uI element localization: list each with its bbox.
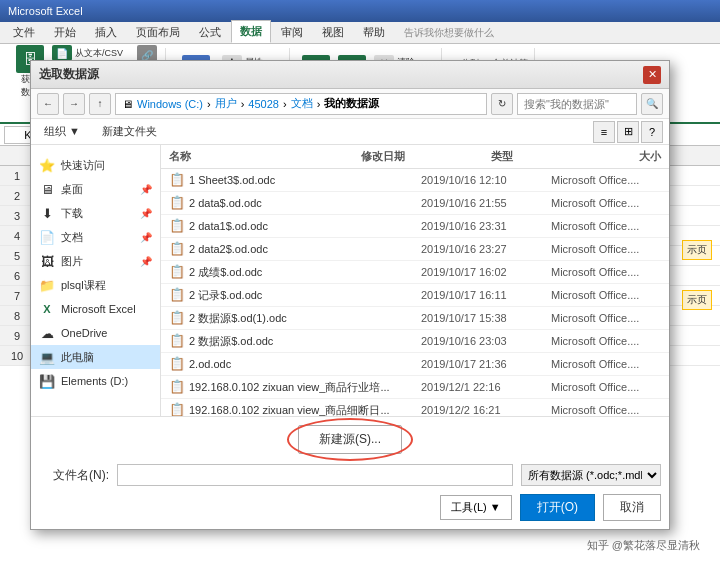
file-row-8[interactable]: 📋 2.od.odc 2019/10/17 21:36 Microsoft Of…: [161, 353, 669, 376]
tab-pagelayout[interactable]: 页面布局: [127, 21, 189, 43]
file-type-7: Microsoft Office....: [551, 335, 661, 347]
file-name-5: 2 记录$.od.odc: [189, 288, 421, 303]
sidebar-label-elements: Elements (D:): [61, 375, 128, 387]
file-date-4: 2019/10/17 16:02: [421, 266, 551, 278]
file-date-8: 2019/10/17 21:36: [421, 358, 551, 370]
dialog-title: 选取数据源: [39, 66, 99, 83]
sidebar-item-download[interactable]: ⬇ 下载 📌: [31, 201, 160, 225]
file-name-7: 2 数据源$.od.odc: [189, 334, 421, 349]
file-row-3[interactable]: 📋 2 data2$.od.odc 2019/10/16 23:27 Micro…: [161, 238, 669, 261]
thispc-icon: 💻: [39, 349, 55, 365]
file-row-1[interactable]: 📋 2 data$.od.odc 2019/10/16 21:55 Micros…: [161, 192, 669, 215]
filename-label: 文件名(N):: [39, 467, 109, 484]
sidebar-label-excel: Microsoft Excel: [61, 303, 136, 315]
sidebar-item-thispc[interactable]: 💻 此电脑: [31, 345, 160, 369]
side-label-2: 示页: [682, 290, 712, 310]
path-part-3[interactable]: 45028: [248, 98, 279, 110]
search-btn[interactable]: 🔍: [641, 93, 663, 115]
address-path[interactable]: 🖥 Windows (C:) › 用户 › 45028 › 文档 › 我的数据源: [115, 93, 487, 115]
file-row-6[interactable]: 📋 2 数据源$.od(1).odc 2019/10/17 15:38 Micr…: [161, 307, 669, 330]
open-button[interactable]: 打开(O): [520, 494, 595, 521]
tab-file[interactable]: 文件: [4, 21, 44, 43]
sidebar-item-desktop[interactable]: 🖥 桌面 📌: [31, 177, 160, 201]
file-date-3: 2019/10/16 23:27: [421, 243, 551, 255]
file-list-header: 名称 修改日期 类型 大小: [161, 145, 669, 169]
file-row-9[interactable]: 📋 192.168.0.102 zixuan view_商品行业培... 201…: [161, 376, 669, 399]
help-btn[interactable]: ?: [641, 121, 663, 143]
cancel-button[interactable]: 取消: [603, 494, 661, 521]
file-date-1: 2019/10/16 21:55: [421, 197, 551, 209]
plsql-icon: 📁: [39, 277, 55, 293]
sidebar-item-pictures[interactable]: 🖼 图片 📌: [31, 249, 160, 273]
file-type-8: Microsoft Office....: [551, 358, 661, 370]
sidebar-item-documents[interactable]: 📄 文档 📌: [31, 225, 160, 249]
sidebar-item-plsql[interactable]: 📁 plsql课程: [31, 273, 160, 297]
app-title: Microsoft Excel: [8, 5, 83, 17]
new-folder-btn[interactable]: 新建文件夹: [95, 121, 164, 142]
file-date-9: 2019/12/1 22:16: [421, 381, 551, 393]
organize-btn[interactable]: 组织 ▼: [37, 121, 87, 142]
nav-refresh-btn[interactable]: ↻: [491, 93, 513, 115]
col-header-date[interactable]: 修改日期: [361, 149, 491, 164]
nav-forward-btn[interactable]: →: [63, 93, 85, 115]
side-label-1: 示页: [682, 240, 712, 260]
desktop-pin: 📌: [140, 184, 152, 195]
tab-insert[interactable]: 插入: [86, 21, 126, 43]
new-source-button[interactable]: 新建源(S)...: [298, 425, 402, 454]
file-icon-8: 📋: [169, 356, 185, 372]
path-part-5[interactable]: 我的数据源: [324, 96, 379, 111]
col-header-type[interactable]: 类型: [491, 149, 601, 164]
file-icon-2: 📋: [169, 218, 185, 234]
file-name-8: 2.od.odc: [189, 358, 421, 370]
view-buttons: ≡ ⊞ ?: [593, 121, 663, 143]
file-name-9: 192.168.0.102 zixuan view_商品行业培...: [189, 380, 421, 395]
excel-icon: X: [39, 301, 55, 317]
nav-back-btn[interactable]: ←: [37, 93, 59, 115]
file-row-0[interactable]: 📋 1 Sheet3$.od.odc 2019/10/16 12:10 Micr…: [161, 169, 669, 192]
sidebar-item-quickaccess[interactable]: ⭐ 快速访问: [31, 153, 160, 177]
sidebar-label-documents: 文档: [61, 230, 83, 245]
tab-formula[interactable]: 公式: [190, 21, 230, 43]
tab-help[interactable]: 帮助: [354, 21, 394, 43]
path-part-1[interactable]: Windows (C:): [137, 98, 203, 110]
tools-button[interactable]: 工具(L) ▼: [440, 495, 511, 520]
dialog-bottom: 新建源(S)... 文件名(N): 所有数据源 (*.odc;*.mdb;*.m…: [31, 416, 669, 529]
sidebar-label-plsql: plsql课程: [61, 278, 106, 293]
tab-view[interactable]: 视图: [313, 21, 353, 43]
path-part-4[interactable]: 文档: [291, 96, 313, 111]
file-icon-5: 📋: [169, 287, 185, 303]
tab-data[interactable]: 数据: [231, 20, 271, 43]
desktop-icon: 🖥: [39, 181, 55, 197]
filename-input[interactable]: [117, 464, 513, 486]
sidebar-item-excel[interactable]: X Microsoft Excel: [31, 297, 160, 321]
pictures-pin: 📌: [140, 256, 152, 267]
tab-review[interactable]: 审阅: [272, 21, 312, 43]
filetype-select[interactable]: 所有数据源 (*.odc;*.mdb;*.mc: [521, 464, 661, 486]
new-source-row: 新建源(S)...: [39, 425, 661, 454]
dialog-close-button[interactable]: ✕: [643, 66, 661, 84]
search-input[interactable]: [517, 93, 637, 115]
tab-search[interactable]: 告诉我你想要做什么: [395, 22, 503, 43]
file-row-4[interactable]: 📋 2 成绩$.od.odc 2019/10/17 16:02 Microsof…: [161, 261, 669, 284]
col-header-name[interactable]: 名称: [169, 149, 361, 164]
col-header-size[interactable]: 大小: [601, 149, 661, 164]
nav-up-btn[interactable]: ↑: [89, 93, 111, 115]
tab-home[interactable]: 开始: [45, 21, 85, 43]
file-row-2[interactable]: 📋 2 data1$.od.odc 2019/10/16 23:31 Micro…: [161, 215, 669, 238]
view-details-btn[interactable]: ⊞: [617, 121, 639, 143]
file-name-6: 2 数据源$.od(1).odc: [189, 311, 421, 326]
sidebar-label-download: 下载: [61, 206, 83, 221]
file-row-10[interactable]: 📋 192.168.0.102 zixuan view_商品细断日... 201…: [161, 399, 669, 416]
view-list-btn[interactable]: ≡: [593, 121, 615, 143]
quickaccess-icon: ⭐: [39, 157, 55, 173]
file-row-7[interactable]: 📋 2 数据源$.od.odc 2019/10/16 23:03 Microso…: [161, 330, 669, 353]
file-icon-6: 📋: [169, 310, 185, 326]
file-row-5[interactable]: 📋 2 记录$.od.odc 2019/10/17 16:11 Microsof…: [161, 284, 669, 307]
sidebar-item-elements[interactable]: 💾 Elements (D:): [31, 369, 160, 393]
path-part-2[interactable]: 用户: [215, 96, 237, 111]
file-date-0: 2019/10/16 12:10: [421, 174, 551, 186]
file-icon-10: 📋: [169, 402, 185, 416]
documents-icon: 📄: [39, 229, 55, 245]
sidebar-item-onedrive[interactable]: ☁ OneDrive: [31, 321, 160, 345]
address-bar: ← → ↑ 🖥 Windows (C:) › 用户 › 45028 › 文档 ›…: [31, 89, 669, 119]
